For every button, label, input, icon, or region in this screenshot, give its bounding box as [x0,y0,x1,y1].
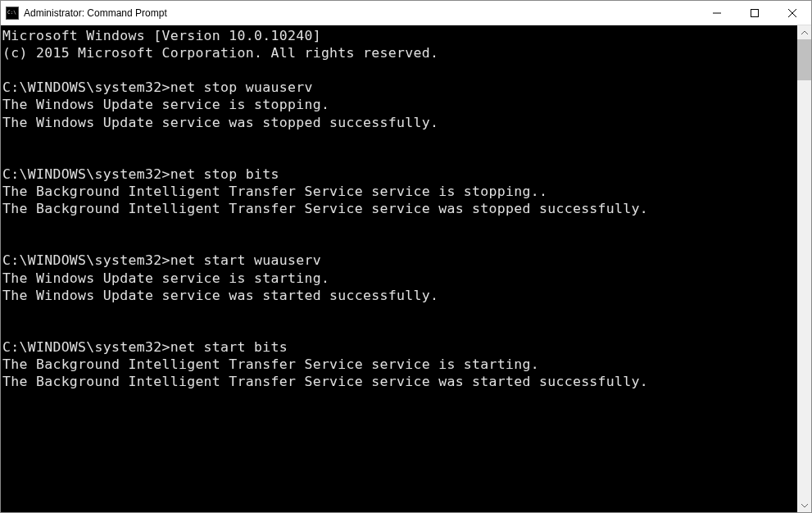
app-icon [6,7,19,20]
client-area: Microsoft Windows [Version 10.0.10240] (… [1,25,811,512]
titlebar[interactable]: Administrator: Command Prompt [1,1,811,25]
close-button[interactable] [773,1,811,25]
vertical-scrollbar[interactable] [797,25,811,512]
maximize-button[interactable] [736,1,773,25]
window-title: Administrator: Command Prompt [24,7,698,19]
window-controls [698,1,811,25]
command-prompt-window: Administrator: Command Prompt Microsoft … [0,0,812,513]
terminal-output[interactable]: Microsoft Windows [Version 10.0.10240] (… [1,25,797,512]
minimize-button[interactable] [698,1,736,25]
svg-rect-1 [751,9,759,16]
scroll-down-arrow[interactable] [797,498,811,512]
scroll-thumb[interactable] [797,39,811,80]
scroll-up-arrow[interactable] [797,25,811,39]
scroll-track[interactable] [797,39,811,498]
